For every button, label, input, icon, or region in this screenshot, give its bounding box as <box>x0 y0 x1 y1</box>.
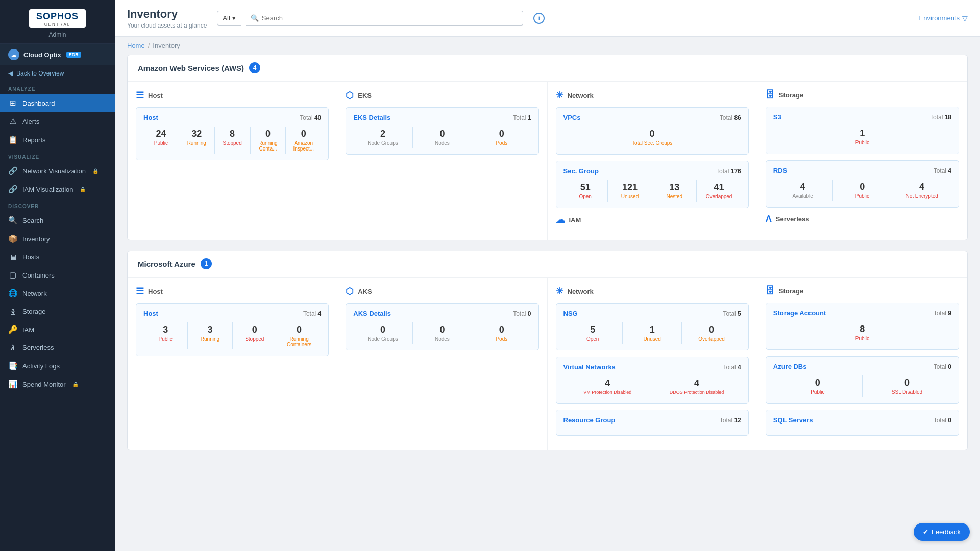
azure-storage-label: Storage <box>779 287 803 295</box>
sidebar-item-spend-monitor[interactable]: 📊 Spend Monitor 🔒 <box>0 375 115 393</box>
admin-label: Admin <box>48 31 66 38</box>
s3-header: S3 Total 18 <box>773 113 951 121</box>
stat-value: 0 <box>475 129 528 139</box>
sidebar-item-inventory[interactable]: 📦 Inventory <box>0 230 115 248</box>
iam-icon: 🔑 <box>8 325 17 334</box>
stat-item: 0 Nodes <box>413 127 472 148</box>
sidebar-item-dashboard[interactable]: ⊞ Dashboard <box>0 94 115 112</box>
stat-item: 8 Stopped <box>215 127 251 154</box>
aks-card-title[interactable]: AKS Details <box>353 310 391 317</box>
aws-eks-category: ⬡ EKS <box>346 90 538 101</box>
azure-host-title[interactable]: Host <box>143 310 158 317</box>
virtual-networks-card: Virtual Networks Total 4 4 VM Protection… <box>556 357 749 404</box>
resource-group-title[interactable]: Resource Group <box>564 416 616 424</box>
sidebar-item-label: Alerts <box>22 118 39 126</box>
sidebar-item-label: Serverless <box>22 344 54 352</box>
stat-label: Running <box>191 336 229 342</box>
azure-title: Microsoft Azure <box>138 260 195 268</box>
eks-card-title[interactable]: EKS Details <box>353 114 390 121</box>
sidebar-item-containers[interactable]: ▢ Containers <box>0 266 115 284</box>
host-category-label: Host <box>148 92 163 99</box>
page-title-area: Inventory Your cloud assets at a glance <box>127 8 207 29</box>
sec-group-title[interactable]: Sec. Group <box>564 167 599 175</box>
stat-label: Running Containers <box>280 336 318 347</box>
breadcrumb: Home / Inventory <box>115 37 980 55</box>
network-icon: 🌐 <box>8 289 17 298</box>
search-input[interactable] <box>262 14 518 22</box>
azure-count-badge: 1 <box>201 258 212 269</box>
stat-value: 8 <box>218 129 247 139</box>
eks-card-header: EKS Details Total 1 <box>353 114 531 121</box>
eks-details-card: EKS Details Total 1 2 Node Groups 0 Node… <box>346 107 538 155</box>
storage-account-title[interactable]: Storage Account <box>773 309 826 317</box>
visualize-section-label: VISUALIZE <box>0 149 115 162</box>
sidebar-item-label: IAM Visualization <box>22 186 73 193</box>
stat-label: Unused <box>626 336 678 342</box>
stat-label: Stopped <box>218 140 247 146</box>
azure-dbs-title[interactable]: Azure DBs <box>773 363 807 370</box>
sql-servers-card: SQL Servers Total 0 <box>766 410 959 436</box>
stat-label: Overlapped <box>700 194 738 199</box>
sidebar-item-serverless[interactable]: λ Serverless <box>0 339 115 357</box>
vnet-title[interactable]: Virtual Networks <box>564 363 616 371</box>
aws-host-card-title[interactable]: Host <box>143 114 158 121</box>
breadcrumb-home[interactable]: Home <box>127 42 145 49</box>
azure-section: Microsoft Azure 1 ☰ Host Host Total 4 <box>127 251 968 450</box>
environments-button[interactable]: Environments ▽ <box>919 14 968 22</box>
stat-label: Public <box>776 336 948 341</box>
stat-value: 51 <box>567 182 604 193</box>
azure-network-label: Network <box>568 288 594 295</box>
stat-label: Running Conta... <box>254 140 283 152</box>
info-icon[interactable]: i <box>533 13 545 24</box>
stat-item: 0 Pods <box>472 127 531 148</box>
stat-value: 4 <box>895 182 948 192</box>
breadcrumb-current: Inventory <box>153 42 180 49</box>
search-type-select[interactable]: All ▾ <box>217 11 241 26</box>
stat-item: 121 Unused <box>608 180 652 202</box>
storage-account-header: Storage Account Total 9 <box>773 309 951 317</box>
stat-item: 5 Open <box>564 322 623 344</box>
activity-logs-icon: 📑 <box>8 361 17 370</box>
azure-host-category: ☰ Host <box>136 286 329 297</box>
sidebar-item-reports[interactable]: 📋 Reports <box>0 131 115 149</box>
storage-category-label: Storage <box>779 91 803 99</box>
stat-value: 0 <box>416 129 469 139</box>
sec-group-header: Sec. Group Total 176 <box>564 167 741 175</box>
back-to-overview-label: Back to Overview <box>16 70 64 77</box>
cloud-optix-row[interactable]: ☁ Cloud Optix EDR <box>0 44 115 65</box>
stat-item: 0 Public <box>833 180 893 201</box>
sidebar-item-network[interactable]: 🌐 Network <box>0 284 115 303</box>
sidebar-item-search[interactable]: 🔍 Search <box>0 211 115 230</box>
nsg-title[interactable]: NSG <box>564 310 578 317</box>
stat-item: 4 DDOS Protection Disabled <box>652 376 741 397</box>
search-bar: All ▾ 🔍 <box>217 11 523 26</box>
stat-item: 0 Running Conta... <box>251 127 286 154</box>
feedback-button[interactable]: ✔ Feedback <box>914 523 970 541</box>
lock-icon: 🔒 <box>80 187 86 192</box>
stat-label: Nodes <box>416 140 469 146</box>
stat-label: Public <box>776 140 948 145</box>
sidebar-item-hosts[interactable]: 🖥 Hosts <box>0 248 115 266</box>
rds-title[interactable]: RDS <box>773 167 787 174</box>
sidebar-item-iam-viz[interactable]: 🔗 IAM Visualization 🔒 <box>0 180 115 198</box>
serverless-icon: λ <box>8 343 17 352</box>
s3-title[interactable]: S3 <box>773 113 781 121</box>
stat-value: 32 <box>182 129 211 139</box>
back-to-overview[interactable]: ◀ Back to Overview <box>0 65 115 81</box>
vnet-total: Total 4 <box>723 364 741 371</box>
rds-total: Total 4 <box>934 167 951 174</box>
eks-category-label: EKS <box>358 92 372 99</box>
logo-area: SOPHOS CENTRAL Admin <box>0 0 115 44</box>
sql-servers-title[interactable]: SQL Servers <box>773 416 813 424</box>
sidebar-item-label: Dashboard <box>22 99 55 107</box>
sidebar-item-alerts[interactable]: ⚠ Alerts <box>0 112 115 131</box>
sidebar-item-network-viz[interactable]: 🔗 Network Visualization 🔒 <box>0 162 115 180</box>
sidebar-item-activity-logs[interactable]: 📑 Activity Logs <box>0 357 115 375</box>
sidebar-item-iam[interactable]: 🔑 IAM <box>0 320 115 339</box>
s3-card: S3 Total 18 1 Public <box>766 107 959 154</box>
sidebar-item-storage[interactable]: 🗄 Storage <box>0 303 115 320</box>
aws-storage-category: 🗄 Storage <box>766 90 959 101</box>
vpcs-title[interactable]: VPCs <box>564 114 581 121</box>
cloud-optix-icon: ☁ <box>8 49 19 60</box>
sidebar-item-label: Inventory <box>22 235 50 243</box>
